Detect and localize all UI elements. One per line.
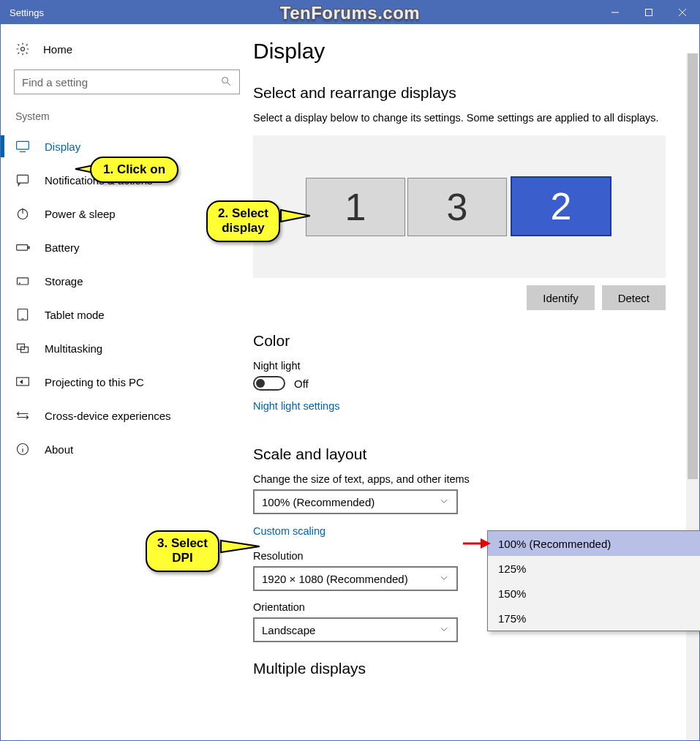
sidebar-item-storage[interactable]: Storage	[1, 264, 253, 298]
custom-scaling-link[interactable]: Custom scaling	[253, 525, 325, 537]
callout-tail	[219, 538, 260, 554]
search-input[interactable]: Find a setting	[14, 69, 240, 94]
option-label: 150%	[498, 587, 526, 600]
svg-point-23	[23, 446, 23, 447]
multitask-icon	[15, 341, 30, 356]
dropdown-option[interactable]: 125%	[488, 556, 700, 581]
power-icon	[15, 206, 30, 221]
svg-marker-25	[281, 210, 310, 222]
dropdown-option[interactable]: 175%	[488, 606, 700, 631]
content-area: Display Select and rearrange displays Se…	[253, 24, 699, 740]
sidebar-item-label: Projecting to this PC	[45, 376, 144, 388]
sidebar-item-crossdevice[interactable]: Cross-device experiences	[1, 399, 253, 432]
window-title: Settings	[10, 7, 44, 18]
scale-select[interactable]: 100% (Recommended)	[253, 489, 458, 514]
option-label: 175%	[498, 612, 526, 625]
svg-marker-28	[481, 538, 491, 549]
nightlight-state: Off	[294, 377, 309, 390]
identify-button[interactable]: Identify	[527, 285, 594, 310]
svg-rect-1	[646, 10, 652, 16]
sidebar-item-label: Cross-device experiences	[45, 410, 171, 422]
scale-label: Change the size of text, apps, and other…	[253, 473, 666, 485]
svg-point-4	[21, 48, 25, 51]
sidebar-item-label: Battery	[45, 241, 80, 254]
svg-rect-14	[18, 278, 29, 285]
callout-1: 1. Click on	[90, 157, 178, 183]
monitor-icon	[15, 139, 30, 154]
display-number: 2	[551, 184, 572, 228]
sidebar-item-multitasking[interactable]: Multitasking	[1, 331, 253, 365]
maximize-button[interactable]	[632, 1, 666, 24]
svg-marker-26	[221, 541, 260, 552]
minimize-button[interactable]	[598, 1, 632, 24]
callout-line: DPI	[157, 551, 208, 565]
chevron-down-icon	[439, 573, 449, 585]
dropdown-option[interactable]: 150%	[488, 581, 700, 606]
home-link[interactable]: Home	[1, 39, 253, 69]
sidebar-item-projecting[interactable]: Projecting to this PC	[1, 365, 253, 399]
select-description: Select a display below to change its set…	[253, 112, 666, 124]
svg-point-5	[222, 77, 228, 83]
display-box-2[interactable]: 2	[511, 176, 611, 236]
callout-3: 3. Select DPI	[146, 530, 219, 572]
titlebar: Settings	[1, 1, 699, 24]
callout-line: 2. Select	[218, 206, 268, 221]
display-box-3[interactable]: 3	[407, 178, 507, 236]
home-label: Home	[43, 43, 72, 56]
svg-rect-9	[18, 175, 29, 183]
svg-rect-12	[17, 245, 28, 251]
nightlight-settings-link[interactable]: Night light settings	[253, 400, 339, 412]
nightlight-toggle[interactable]	[253, 376, 285, 391]
sidebar-item-label: Power & sleep	[45, 208, 116, 220]
chat-icon	[15, 173, 30, 187]
chevron-down-icon	[439, 496, 449, 508]
scrollbar[interactable]	[686, 53, 699, 740]
scale-dropdown-list[interactable]: 100% (Recommended) 125% 150% 175%	[487, 530, 700, 631]
chevron-down-icon	[439, 624, 449, 636]
page-title: Display	[253, 39, 666, 64]
dropdown-option[interactable]: 100% (Recommended)	[488, 531, 700, 556]
section-select-displays: Select and rearrange displays	[253, 84, 666, 102]
search-icon	[220, 75, 232, 89]
close-button[interactable]	[666, 1, 699, 24]
project-icon	[15, 375, 30, 389]
resolution-select[interactable]: 1920 × 1080 (Recommended)	[253, 566, 458, 591]
sidebar: Home Find a setting System Display Notif…	[1, 24, 253, 740]
orientation-select[interactable]: Landscape	[253, 617, 458, 642]
section-multiple: Multiple displays	[253, 660, 666, 677]
svg-rect-7	[17, 141, 29, 149]
sidebar-item-label: About	[45, 443, 73, 456]
storage-icon	[15, 274, 30, 288]
section-color: Color	[253, 332, 666, 350]
callout-line: 3. Select	[157, 536, 208, 551]
sidebar-item-label: Tablet mode	[45, 309, 105, 321]
sidebar-item-label: Display	[45, 140, 80, 153]
option-label: 125%	[498, 563, 526, 575]
resolution-value: 1920 × 1080 (Recommended)	[262, 573, 408, 585]
tablet-icon	[15, 307, 30, 322]
option-label: 100% (Recommended)	[498, 538, 611, 550]
svg-rect-13	[29, 247, 30, 249]
red-arrow-icon	[462, 537, 491, 550]
callout-line: display	[218, 221, 268, 236]
settings-window: Settings TenForums.com Home Find a setti…	[0, 0, 700, 741]
sidebar-item-tablet[interactable]: Tablet mode	[1, 298, 253, 331]
display-number: 3	[447, 185, 468, 229]
display-arrange-area[interactable]: 1 3 2	[253, 135, 666, 278]
scrollbar-thumb[interactable]	[688, 53, 698, 479]
display-box-1[interactable]: 1	[306, 178, 405, 236]
scale-value: 100% (Recommended)	[262, 496, 375, 508]
svg-point-15	[19, 283, 20, 284]
display-number: 1	[345, 185, 366, 229]
search-placeholder: Find a setting	[22, 76, 88, 89]
sidebar-item-label: Storage	[45, 275, 83, 287]
sidebar-item-about[interactable]: About	[1, 432, 253, 466]
svg-line-6	[227, 83, 230, 86]
detect-button[interactable]: Detect	[602, 285, 666, 310]
toggle-knob	[256, 379, 265, 388]
orientation-value: Landscape	[262, 624, 315, 636]
nightlight-label: Night light	[253, 360, 666, 372]
section-label: System	[1, 110, 253, 129]
sidebar-item-label: Multitasking	[45, 342, 102, 355]
callout-2: 2. Select display	[206, 200, 280, 242]
